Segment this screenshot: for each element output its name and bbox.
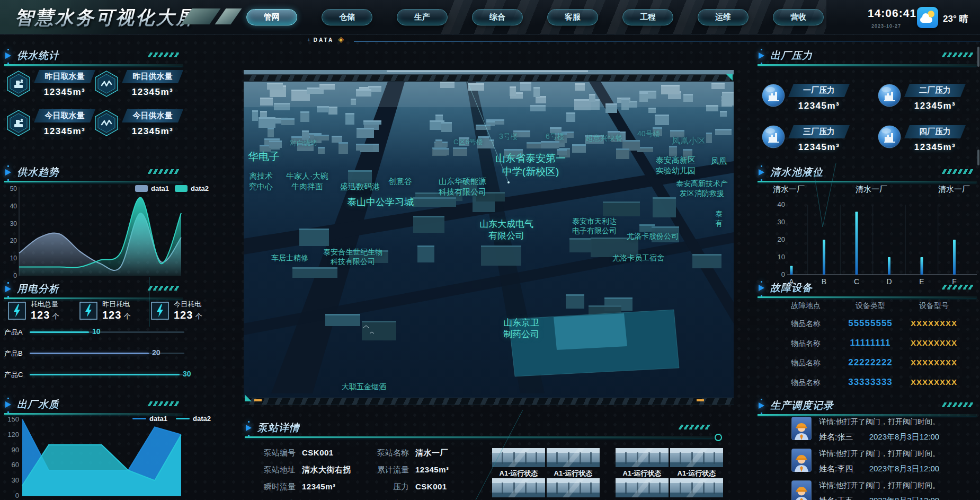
level-tab-1[interactable]: 清水一厂 <box>764 185 813 195</box>
header-divider-line <box>354 41 980 42</box>
svg-text:40: 40 <box>10 203 17 210</box>
map-label: 泰山中公学习城 <box>347 196 414 208</box>
camera-caption: A1-运行状态 <box>616 469 669 478</box>
nav-tab-8[interactable]: 营收 <box>773 9 824 25</box>
map-top-line <box>387 71 588 72</box>
product-value: 20 <box>152 348 161 357</box>
pressure-value: 12345m³ <box>788 142 850 153</box>
nav-tab-1[interactable]: 管网 <box>246 9 297 25</box>
supply-stat-card: 今日取水量 12345m³ <box>6 109 93 137</box>
fault-type: 33333333 <box>836 377 905 388</box>
lightning-icon <box>8 302 26 320</box>
power-stat: 今日耗电 123 个 <box>151 300 202 321</box>
map-label: 泰安高新技术产发区消防救援 <box>676 179 728 198</box>
camera-thumb[interactable]: A1-运行状态 <box>670 448 723 478</box>
fault-type: 22222222 <box>836 357 905 368</box>
pressure-value: 12345m³ <box>904 142 966 153</box>
title-underline <box>4 297 183 299</box>
map-bottom-hazard-stripe <box>244 398 734 405</box>
dashboard: 智慧水务可视化大屏 管网仓储生产综合客服工程运维营收 14:06:41 2023… <box>0 0 980 500</box>
field-label: 压力 <box>350 482 409 492</box>
nav-tab-4[interactable]: 综合 <box>472 9 523 25</box>
map-label: 山东省泰安第一中学(新校区) <box>495 152 566 178</box>
camera-thumb[interactable]: A1-运行状态 <box>616 448 669 478</box>
weather-icon <box>917 7 938 28</box>
power-stat: 昨日耗电 123 个 <box>79 300 131 321</box>
map-label: C区6号楼 <box>453 138 483 147</box>
power-stat-label: 耗电总量 <box>31 300 59 309</box>
svg-text:90: 90 <box>12 446 19 454</box>
stat-value: 12345m³ <box>122 126 183 137</box>
field-value: CSK001 <box>302 448 334 457</box>
camera-thumb[interactable]: A1-运行状态 <box>547 448 600 478</box>
city-map-3d[interactable]: 对白烧烤 华电子 离技术究中心 牛家人·大碗牛肉拌面 盛迅数码港 创意谷 泰山中… <box>244 70 734 405</box>
svg-text:20: 20 <box>778 235 785 243</box>
svg-text:30: 30 <box>778 218 785 226</box>
stat-label: 今日取水量 <box>34 109 95 122</box>
map-label: 对白烧烤 <box>290 139 317 148</box>
camera-thumb[interactable]: A1-运行状态 <box>670 478 723 500</box>
pressure-card: 一厂压力 12345m³ <box>762 84 874 111</box>
nav-tab-6[interactable]: 工程 <box>622 9 673 25</box>
map-label: 离技术究中心 <box>249 171 273 191</box>
nav-tab-3[interactable]: 生产 <box>397 9 448 25</box>
map-label: 车居士精修 <box>271 253 308 262</box>
svg-text:D: D <box>886 277 892 286</box>
svg-text:60: 60 <box>12 461 19 469</box>
level-tab-2[interactable]: 清水一厂 <box>847 185 896 195</box>
map-label: 凤凰 <box>711 156 727 166</box>
hazard-dashes-icon <box>147 169 181 174</box>
camera-thumb[interactable]: A1-运行状态 <box>492 448 545 478</box>
map-label: 华电子 <box>248 150 280 163</box>
power-stat-label: 今日耗电 <box>174 300 202 309</box>
product-bar-row: 产品B 20 <box>4 348 187 358</box>
svg-text:50: 50 <box>10 185 17 192</box>
power-stat-unit: 个 <box>124 312 131 320</box>
edge-scroll-tick <box>977 150 979 165</box>
camera-thumb[interactable]: A1-运行状态 <box>616 478 669 500</box>
panel-title-power: 用电分析 <box>17 282 59 296</box>
fault-col-header: 设备型号 <box>899 301 968 311</box>
supply-stat-card: 今日供水量 12345m³ <box>94 109 181 137</box>
map-label: 山东华硕能源科技有限公司 <box>439 176 486 197</box>
product-bar-row: 产品C 30 <box>4 369 187 380</box>
camera-thumb[interactable]: A1-运行状态 <box>492 478 545 500</box>
fault-place: 物品名称 <box>774 319 838 329</box>
diamond-icon: ◈ <box>338 35 344 43</box>
triangle-marker-icon <box>759 285 764 291</box>
stat-value: 12345m³ <box>34 126 95 137</box>
svg-text:40: 40 <box>778 200 785 208</box>
hazard-dashes-icon <box>941 402 975 407</box>
pressure-label: 四厂压力 <box>904 125 966 138</box>
svg-text:E: E <box>919 277 924 286</box>
plant-sphere-icon <box>878 125 901 148</box>
map-corner-accent <box>726 74 733 81</box>
level-tab-3[interactable]: 清水一厂 <box>930 185 978 195</box>
nav-tab-5[interactable]: 客服 <box>547 9 598 25</box>
wave-icon <box>94 110 119 136</box>
fault-place: 物品名称 <box>774 339 838 348</box>
map-label: 大聪五金烟酒 <box>342 382 386 391</box>
record-detail: 详情:他打开了阀门，打开阀门时间。 <box>819 417 940 427</box>
record-detail: 详情:他打开了阀门，打开阀门时间。 <box>819 449 940 459</box>
record-date: 2023年8月3日12:00 <box>869 464 940 473</box>
power-stat-value: 123 <box>102 309 121 321</box>
wave-icon <box>94 71 119 97</box>
stat-label: 昨日供水量 <box>122 70 183 83</box>
fault-col-header: 故障地点 <box>771 301 840 311</box>
camera-thumb[interactable]: A1-运行状态 <box>547 478 600 500</box>
nav-tab-2[interactable]: 仓储 <box>322 9 372 25</box>
field-label: 瞬时流量 <box>245 482 296 492</box>
fault-place: 物品名称 <box>774 378 838 388</box>
record-name: 姓名:王五 <box>819 496 853 500</box>
svg-text:A: A <box>789 277 794 286</box>
fault-model: XXXXXXXX <box>899 358 968 367</box>
product-value: 10 <box>92 327 101 336</box>
power-stat-label: 昨日耗电 <box>102 300 131 309</box>
edge-scroll-tick <box>977 47 979 67</box>
nav-tab-7[interactable]: 运维 <box>698 9 749 25</box>
map-label: 创意谷 <box>388 176 412 187</box>
bar-track <box>30 353 184 354</box>
map-orange-dash <box>697 399 704 401</box>
title-underline <box>758 296 977 298</box>
